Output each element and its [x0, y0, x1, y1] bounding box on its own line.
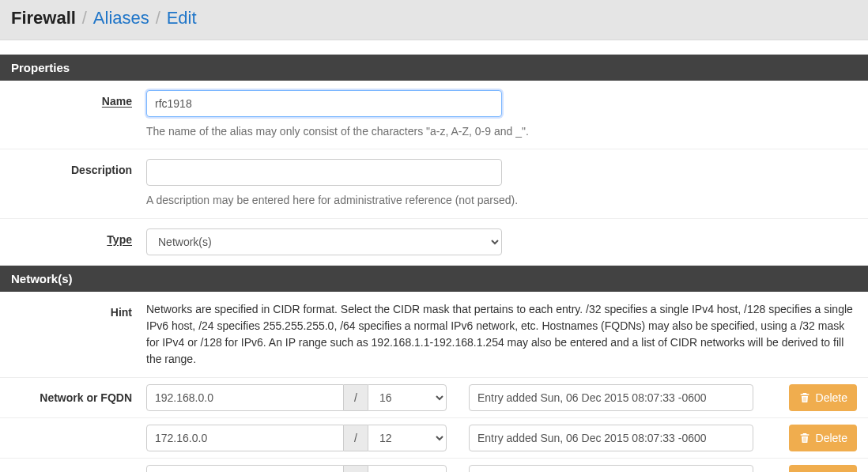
network-description-input[interactable]	[469, 425, 753, 451]
cidr-slash: /	[344, 384, 368, 411]
breadcrumb-aliases-link[interactable]: Aliases	[93, 8, 149, 28]
network-address-input[interactable]	[146, 425, 344, 451]
label-hint: Hint	[111, 306, 132, 319]
network-cidr-select[interactable]: 12	[368, 425, 447, 451]
breadcrumb-edit-link[interactable]: Edit	[167, 8, 197, 28]
network-description-input[interactable]	[469, 384, 753, 411]
label-name: Name	[102, 95, 132, 108]
label-description: Description	[71, 164, 132, 176]
network-row: / 8 Delete	[146, 465, 857, 472]
network-address-input[interactable]	[146, 465, 344, 472]
name-input[interactable]	[146, 90, 502, 117]
name-help-text: The name of the alias may only consist o…	[146, 123, 857, 139]
network-cidr-select[interactable]: 16	[368, 384, 447, 411]
delete-button[interactable]: Delete	[789, 465, 857, 472]
network-description-input[interactable]	[469, 465, 753, 472]
label-type: Type	[107, 233, 132, 246]
panel-header-properties: Properties	[0, 55, 868, 81]
network-cidr-select[interactable]: 8	[368, 465, 447, 472]
trash-icon	[798, 391, 811, 404]
hint-text: Networks are specified in CIDR format. S…	[146, 301, 857, 368]
delete-button[interactable]: Delete	[789, 425, 857, 451]
description-input[interactable]	[146, 159, 502, 186]
delete-button[interactable]: Delete	[789, 384, 857, 411]
panel-header-networks: Network(s)	[0, 266, 868, 292]
breadcrumb-sep: /	[79, 8, 90, 28]
network-address-input[interactable]	[146, 384, 344, 411]
breadcrumb-root: Firewall	[11, 8, 76, 28]
type-select[interactable]: Network(s)	[146, 228, 502, 255]
label-network-or-fqdn: Network or FQDN	[0, 391, 146, 404]
breadcrumb: Firewall / Aliases / Edit	[0, 0, 868, 40]
cidr-slash: /	[344, 425, 368, 451]
breadcrumb-sep: /	[153, 8, 164, 28]
network-row: / 16 Delete	[146, 384, 857, 411]
cidr-slash: /	[344, 465, 368, 472]
trash-icon	[798, 432, 811, 444]
network-row: / 12 Delete	[146, 425, 857, 451]
description-help-text: A description may be entered here for ad…	[146, 192, 857, 208]
